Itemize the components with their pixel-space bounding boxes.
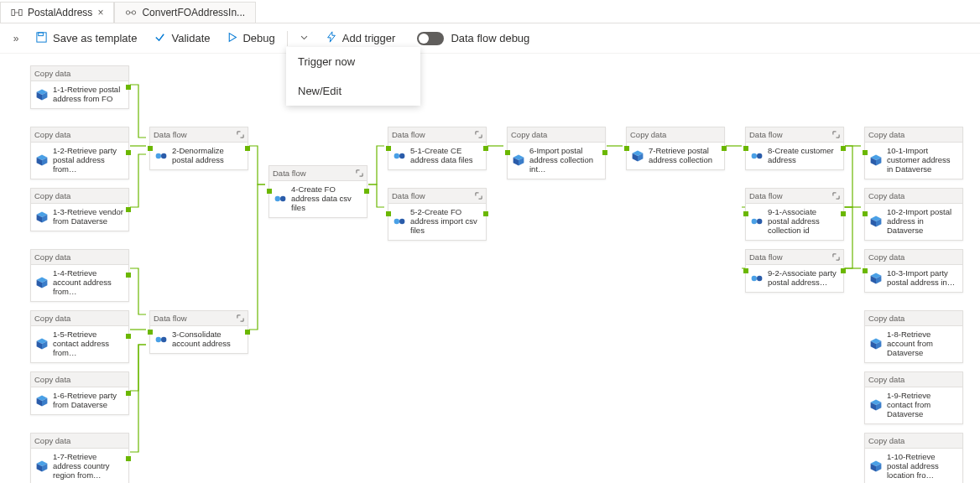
pipeline-icon: [11, 7, 23, 18]
validate-button[interactable]: Validate: [147, 28, 216, 49]
expand-icon[interactable]: [474, 192, 482, 200]
expand-panel-icon[interactable]: »: [7, 33, 25, 44]
expand-icon[interactable]: [474, 131, 482, 139]
tab-postal-address[interactable]: PostalAddress ×: [0, 2, 114, 23]
node-2[interactable]: Data flow 2-Denormalize postal address: [149, 127, 248, 170]
node-1-5[interactable]: Copy data 1-5-Retrieve contact address f…: [30, 310, 129, 363]
node-6[interactable]: Copy data 6-Import postal address collec…: [507, 127, 606, 179]
node-label: 10-1-Import customer address in Datavers…: [887, 147, 958, 174]
node-1-2[interactable]: Copy data 1-2-Retrieve party postal addr…: [30, 127, 129, 179]
node-label: 3-Consolidate account address: [172, 330, 243, 349]
add-trigger-button[interactable]: Add trigger: [319, 28, 403, 49]
node-type: Copy data: [34, 375, 70, 384]
toolbar-label: Validate: [171, 32, 210, 44]
close-icon[interactable]: ×: [97, 7, 103, 18]
svg-marker-8: [230, 33, 237, 41]
copy-data-icon: [35, 394, 49, 408]
node-1-6[interactable]: Copy data 1-6-Retrieve party from Datave…: [30, 371, 129, 415]
expand-icon[interactable]: [831, 253, 840, 262]
svg-point-38: [399, 153, 404, 158]
node-type: Data flow: [273, 169, 306, 178]
copy-data-icon: [35, 337, 49, 351]
node-type: Copy data: [34, 252, 70, 262]
svg-point-35: [275, 196, 280, 201]
tab-convert-fo[interactable]: ConvertFOAddressIn...: [114, 2, 256, 23]
dataflow-debug-toggle[interactable]: [417, 32, 444, 45]
node-9-2[interactable]: Data flow 9-2-Associate party postal add…: [745, 249, 844, 293]
node-3[interactable]: Data flow 3-Consolidate account address: [149, 310, 248, 354]
node-1-10[interactable]: Copy data 1-10-Retrieve postal address l…: [864, 433, 963, 483]
node-1-3[interactable]: Copy data 1-3-Retrieve vendor from Datav…: [30, 188, 129, 231]
svg-point-3: [127, 11, 130, 14]
node-type: Data flow: [749, 130, 783, 139]
node-1-1[interactable]: Copy data 1-1-Retrieve postal address fr…: [30, 65, 129, 109]
node-9-1[interactable]: Data flow 9-1-Associate postal address c…: [745, 188, 844, 241]
data-flow-icon: [393, 215, 406, 228]
node-5-1[interactable]: Data flow 5-1-Create CE address data fil…: [388, 127, 487, 170]
data-flow-icon: [154, 333, 168, 346]
node-10-1[interactable]: Copy data 10-1-Import customer address i…: [864, 127, 963, 179]
copy-data-icon: [869, 337, 883, 351]
svg-point-31: [156, 153, 161, 158]
svg-point-39: [394, 219, 399, 224]
node-type: Copy data: [630, 130, 666, 139]
node-label: 5-2-Create FO address import csv files: [410, 208, 482, 236]
node-type: Copy data: [34, 191, 70, 200]
node-type: Copy data: [868, 130, 904, 139]
node-8[interactable]: Data flow 8-Create customer address: [745, 127, 844, 170]
svg-point-40: [399, 219, 404, 224]
add-trigger-menu: Trigger now New/Edit: [286, 47, 420, 106]
node-label: 1-5-Retrieve contact address from…: [53, 330, 124, 358]
svg-point-47: [752, 153, 757, 158]
copy-data-icon: [869, 272, 883, 285]
tab-label: PostalAddress: [28, 7, 92, 18]
svg-rect-1: [19, 10, 23, 16]
menu-new-edit[interactable]: New/Edit: [286, 76, 420, 106]
svg-point-52: [757, 276, 762, 281]
copy-data-icon: [35, 88, 49, 101]
svg-point-33: [156, 337, 161, 342]
node-10-3[interactable]: Copy data 10-3-Import party postal addre…: [864, 249, 963, 293]
menu-trigger-now[interactable]: Trigger now: [286, 47, 420, 76]
node-label: 9-1-Associate postal address collection …: [768, 208, 839, 236]
node-type: Copy data: [34, 436, 70, 445]
expand-icon[interactable]: [355, 169, 363, 178]
expand-icon[interactable]: [236, 131, 244, 139]
lightning-icon: [326, 31, 337, 45]
node-1-7[interactable]: Copy data 1-7-Retrieve address country r…: [30, 433, 129, 483]
data-flow-icon: [154, 149, 168, 163]
debug-button[interactable]: Debug: [220, 29, 281, 49]
svg-rect-7: [39, 32, 44, 35]
node-label: 7-Retrieve postal address collection: [649, 147, 720, 165]
svg-point-49: [752, 219, 757, 224]
node-type: Data flow: [154, 314, 187, 323]
node-label: 8-Create customer address: [768, 147, 839, 165]
copy-data-icon: [512, 153, 525, 167]
node-label: 1-3-Retrieve vendor from Dataverse: [53, 208, 124, 226]
svg-point-51: [752, 276, 757, 281]
node-4[interactable]: Data flow 4-Create FO address data csv f…: [268, 165, 368, 218]
node-type: Copy data: [868, 252, 904, 262]
expand-icon[interactable]: [236, 314, 244, 323]
node-type: Copy data: [868, 191, 904, 200]
check-icon: [154, 31, 166, 46]
node-5-2[interactable]: Data flow 5-2-Create FO address import c…: [388, 188, 487, 241]
toolbar-divider: [287, 31, 288, 46]
expand-icon[interactable]: [831, 131, 840, 139]
debug-dropdown[interactable]: [293, 29, 315, 48]
toolbar-label: Debug: [242, 32, 274, 44]
node-10-2[interactable]: Copy data 10-2-Import postal address in …: [864, 188, 963, 241]
svg-point-37: [394, 153, 399, 158]
node-1-8[interactable]: Copy data 1-8-Retrieve account from Data…: [864, 310, 963, 363]
node-type: Data flow: [749, 252, 783, 262]
copy-data-icon: [35, 153, 49, 167]
save-as-template-button[interactable]: Save as template: [29, 28, 143, 49]
svg-marker-9: [327, 32, 335, 42]
svg-point-32: [161, 153, 166, 158]
node-1-9[interactable]: Copy data 1-9-Retrieve contact from Data…: [864, 371, 963, 424]
node-7[interactable]: Copy data 7-Retrieve postal address coll…: [626, 127, 725, 170]
node-type: Data flow: [392, 130, 425, 139]
toolbar-label: Add trigger: [342, 32, 396, 44]
node-1-4[interactable]: Copy data 1-4-Retrieve account address f…: [30, 249, 129, 302]
expand-icon[interactable]: [831, 192, 840, 200]
